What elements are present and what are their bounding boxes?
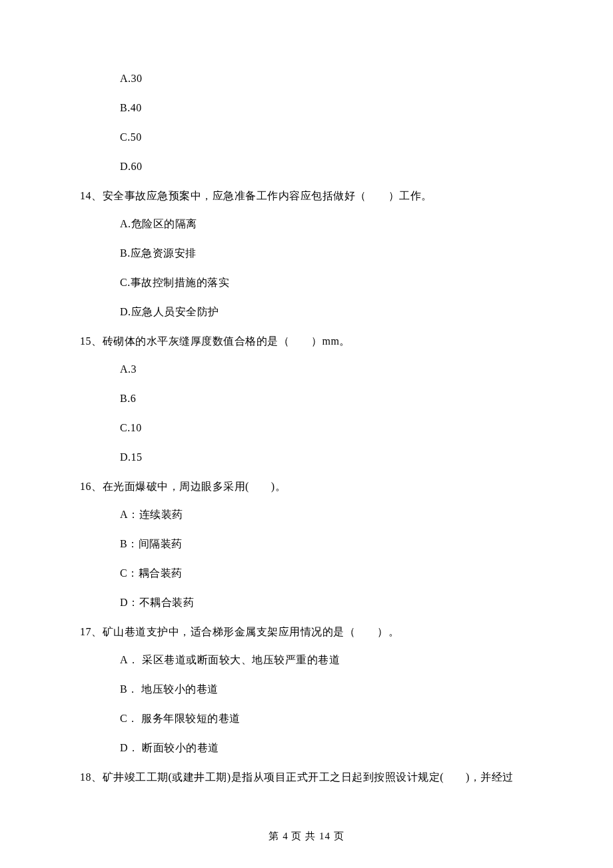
q16-text: 16、在光面爆破中，周边眼多采用( )。 — [80, 481, 533, 492]
q13-option-a: A.30 — [120, 73, 533, 84]
q14-option-c: C.事故控制措施的落实 — [120, 277, 533, 288]
q17-option-b: B． 地压较小的巷道 — [120, 684, 533, 695]
q13-option-c: C.50 — [120, 132, 533, 143]
q15-text: 15、砖砌体的水平灰缝厚度数值合格的是（ ）mm。 — [80, 336, 533, 347]
q14-text: 14、安全事故应急预案中，应急准备工作内容应包括做好（ ）工作。 — [80, 191, 533, 201]
q18-text: 18、矿井竣工工期(或建井工期)是指从项目正式开工之日起到按照设计规定( )，并… — [80, 772, 533, 783]
q17-option-c: C． 服务年限较短的巷道 — [120, 713, 533, 724]
q14-option-b: B.应急资源安排 — [120, 248, 533, 259]
q15-option-c: C.10 — [120, 423, 533, 433]
q15-option-d: D.15 — [120, 452, 533, 463]
q13-option-d: D.60 — [120, 161, 533, 172]
q14-option-d: D.应急人员安全防护 — [120, 307, 533, 317]
q16-option-c: C：耦合装药 — [120, 568, 533, 579]
q15-option-b: B.6 — [120, 393, 533, 404]
q16-option-b: B：间隔装药 — [120, 539, 533, 549]
q13-option-b: B.40 — [120, 103, 533, 113]
q17-option-d: D． 断面较小的巷道 — [120, 743, 533, 753]
q16-option-d: D：不耦合装药 — [120, 597, 533, 608]
q17-text: 17、矿山巷道支护中，适合梯形金属支架应用情况的是（ ）。 — [80, 627, 533, 637]
page-footer: 第 4 页 共 14 页 — [0, 830, 613, 843]
q16-option-a: A：连续装药 — [120, 509, 533, 520]
page: A.30 B.40 C.50 D.60 14、安全事故应急预案中，应急准备工作内… — [0, 0, 613, 868]
q17-option-a: A． 采区巷道或断面较大、地压较严重的巷道 — [120, 655, 533, 665]
q15-option-a: A.3 — [120, 364, 533, 375]
q14-option-a: A.危险区的隔离 — [120, 219, 533, 229]
